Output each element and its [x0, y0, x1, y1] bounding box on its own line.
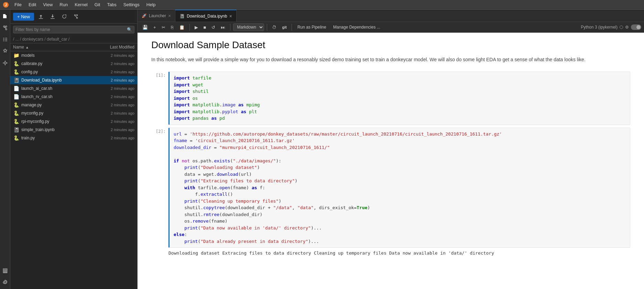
dataset-icon[interactable] — [1, 267, 9, 275]
file-name: launch_rv_car.sh — [21, 94, 93, 99]
notebook-toolbar: 💾 + ✂ ⎘ 📋 ▶ ■ ↺ ⏭ Markdown Code Raw ⏱ gi… — [138, 22, 644, 33]
file-name: manage.py — [21, 103, 93, 107]
python-icon: 🐍 — [13, 118, 19, 125]
name-column-header[interactable]: Name ▲ — [13, 45, 93, 50]
git-label: git — [280, 24, 288, 30]
cell-2-body[interactable]: url = 'https://github.com/autorope/donke… — [168, 128, 630, 256]
manage-deps-button[interactable]: Manage Dependencies ... — [330, 24, 383, 31]
toolbar-separator-2 — [230, 24, 230, 31]
file-name: calibrate.py — [21, 61, 93, 66]
list-item[interactable]: 📁 models 2 minutes ago — [10, 51, 137, 60]
list-item[interactable]: 📓 Download_Data.ipynb 2 minutes ago — [10, 76, 137, 84]
menu-git[interactable]: Git — [92, 1, 103, 8]
svg-rect-11 — [3, 41, 4, 41]
stop-button[interactable]: ■ — [201, 24, 208, 31]
file-name: config.py — [21, 69, 93, 74]
save-button[interactable]: 💾 — [140, 24, 150, 31]
fast-forward-button[interactable]: ⏭ — [219, 24, 227, 31]
menu-tabs[interactable]: Tabs — [104, 1, 119, 8]
cell-1-code[interactable]: import tarfile import wget import shutil… — [168, 72, 630, 125]
tab-launcher[interactable]: 🚀 Launcher × — [138, 10, 175, 22]
paste-button[interactable]: 📋 — [177, 24, 187, 31]
file-modified: 2 minutes ago — [93, 86, 134, 90]
cell-1: [1]: import tarfile import wget import s… — [151, 72, 630, 125]
file-name: Download_Data.ipynb — [21, 78, 93, 83]
restart-button[interactable]: ↺ — [209, 24, 217, 31]
list-item[interactable]: 🐍 train.py 2 minutes ago — [10, 134, 137, 142]
tab-notebook-close[interactable]: × — [229, 14, 232, 19]
modified-column-header[interactable]: Last Modified — [93, 45, 134, 50]
property-inspector-icon[interactable] — [1, 47, 9, 55]
time-icon-btn[interactable]: ⏱ — [270, 24, 279, 31]
file-list: 📁 models 2 minutes ago 🐍 calibrate.py 2 … — [10, 51, 137, 289]
run-as-pipeline-button[interactable]: Run as Pipeline — [295, 24, 329, 31]
cell-1-number: [1]: — [151, 72, 168, 125]
python-icon: 🐍 — [13, 69, 19, 75]
icon-sidebar — [0, 10, 10, 289]
tab-launcher-close[interactable]: × — [168, 13, 171, 18]
file-modified: 2 minutes ago — [93, 53, 134, 57]
python-icon: 🐍 — [13, 61, 19, 67]
file-modified: 2 minutes ago — [93, 70, 134, 74]
svg-rect-13 — [5, 39, 7, 40]
file-name: simple_train.ipynb — [21, 127, 93, 132]
upload-button[interactable] — [36, 12, 46, 21]
search-icon: 🔍 — [127, 27, 132, 32]
list-item[interactable]: 🐍 manage.py 2 minutes ago — [10, 101, 137, 109]
cell-1-body[interactable]: import tarfile import wget import shutil… — [168, 72, 630, 125]
files-icon[interactable] — [1, 12, 9, 20]
extensions-icon[interactable] — [1, 279, 9, 286]
svg-rect-22 — [3, 272, 7, 273]
menu-run[interactable]: Run — [57, 1, 70, 8]
file-modified: 2 minutes ago — [93, 111, 134, 115]
kernel-settings-icon[interactable]: ⚙ — [625, 25, 629, 30]
menu-settings[interactable]: Settings — [121, 1, 142, 8]
cell-2-code[interactable]: url = 'https://github.com/autorope/donke… — [168, 128, 630, 248]
cell-2: [2]: url = 'https://github.com/autorope/… — [151, 128, 630, 256]
search-input[interactable] — [15, 27, 127, 32]
list-item[interactable]: 🐍 calibrate.py 2 minutes ago — [10, 60, 137, 68]
search-box[interactable]: 🔍 — [13, 26, 134, 33]
python-icon: 🐍 — [13, 110, 19, 116]
kernel-info: Python 3 (ipykernel) ⚙ — [581, 24, 641, 30]
run-button[interactable]: ▶ — [193, 24, 200, 31]
new-button[interactable]: + New — [13, 13, 34, 21]
file-modified: 2 minutes ago — [93, 136, 134, 140]
table-of-contents-icon[interactable] — [1, 36, 9, 43]
debugger-icon[interactable] — [1, 59, 9, 67]
svg-point-26 — [77, 18, 78, 19]
svg-rect-9 — [3, 38, 4, 39]
copy-button[interactable]: ⎘ — [169, 24, 176, 31]
list-item[interactable]: 🐍 rpi-myconfig.py 2 minutes ago — [10, 117, 137, 126]
file-toolbar: + New — [10, 10, 137, 24]
git-button[interactable] — [71, 12, 81, 21]
kernel-toggle[interactable] — [631, 24, 641, 30]
notebook-title: Download Sample Dataset — [151, 40, 630, 51]
notebook-icon: 📓 — [13, 77, 19, 83]
list-item[interactable]: 🐍 myconfig.py 2 minutes ago — [10, 109, 137, 117]
menu-file[interactable]: File — [12, 1, 24, 8]
tab-notebook[interactable]: 📓 Download_Data.ipynb × — [175, 10, 237, 22]
list-item[interactable]: 📓 simple_train.ipynb 2 minutes ago — [10, 126, 137, 134]
menu-help[interactable]: Help — [144, 1, 159, 8]
svg-point-25 — [75, 15, 76, 16]
menu-edit[interactable]: Edit — [26, 1, 39, 8]
file-name: launch_ai_car.sh — [21, 86, 93, 91]
git-sidebar-icon[interactable] — [1, 24, 9, 32]
tab-notebook-icon: 📓 — [179, 14, 185, 19]
list-item[interactable]: 📄 launch_ai_car.sh 2 minutes ago — [10, 84, 137, 93]
tab-notebook-label: Download_Data.ipynb — [187, 14, 227, 19]
cell-type-select[interactable]: Markdown Code Raw — [233, 23, 264, 31]
menu-kernel[interactable]: Kernel — [72, 1, 90, 8]
list-item[interactable]: 📄 launch_rv_car.sh 2 minutes ago — [10, 93, 137, 101]
menu-view[interactable]: View — [40, 1, 55, 8]
file-panel: + New — [10, 10, 138, 289]
add-cell-button[interactable]: + — [151, 24, 158, 31]
download-button[interactable] — [48, 12, 57, 21]
refresh-button[interactable] — [59, 12, 69, 21]
cell-2-number: [2]: — [151, 128, 168, 256]
cut-button[interactable]: ✂ — [160, 24, 167, 31]
kernel-status-circle — [620, 25, 623, 29]
app-logo: J — [3, 2, 9, 8]
list-item[interactable]: 🐍 config.py 2 minutes ago — [10, 68, 137, 76]
